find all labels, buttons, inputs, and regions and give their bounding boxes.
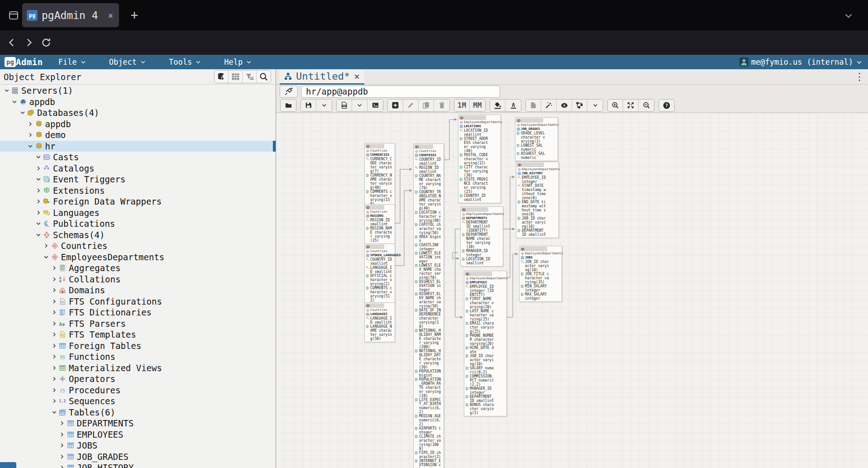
zoom-to-fit-button[interactable] [623, 100, 639, 111]
chevron-right-icon[interactable] [43, 243, 49, 248]
chevron-right-icon[interactable] [35, 199, 41, 204]
chevron-right-icon[interactable] [51, 321, 57, 326]
tree-item-aggregates[interactable]: Aggregates [0, 263, 276, 274]
chevron-right-icon[interactable] [59, 443, 65, 448]
tree-item-foreign-tables[interactable]: Foreign Tables [0, 340, 276, 352]
tree-item-employees[interactable]: EMPLOYEES [0, 429, 276, 440]
tree-item-materialized-views[interactable]: Materialized Views [0, 363, 276, 374]
tree-item-fts-configurations[interactable]: FTS Configurations [0, 296, 276, 307]
tree-item-job-grades[interactable]: JOB_GRADES [0, 451, 276, 463]
download-image-button[interactable] [367, 100, 383, 111]
chevron-right-icon[interactable] [51, 310, 57, 315]
chevron-right-icon[interactable] [51, 287, 57, 293]
erd-canvas[interactable]: CountriesCURRENCIESCURRENCY_CODE charact… [276, 113, 868, 468]
chevron-down-icon[interactable] [12, 99, 18, 105]
chevron-right-icon[interactable] [51, 354, 57, 359]
menu-object[interactable]: Object [109, 57, 146, 67]
panel-kebab-menu-icon[interactable]: ⋮ [854, 71, 864, 82]
table-header-bar[interactable] [365, 244, 384, 249]
search-objects-button[interactable] [257, 71, 271, 83]
tree-item-job-history[interactable]: JOB_HISTORY [0, 462, 276, 468]
chevron-right-icon[interactable] [28, 132, 33, 138]
erd-table-countries[interactable]: CountriesCOUNTRIESCOUNTRY_ID smallintREG… [413, 143, 444, 468]
show-details-button[interactable] [557, 100, 572, 111]
chevron-right-icon[interactable] [59, 420, 65, 426]
many-to-many-button[interactable]: MM [470, 100, 485, 111]
connect-server-button[interactable] [215, 71, 229, 83]
tab-close-icon[interactable]: × [107, 10, 114, 20]
tree-item-jobs[interactable]: JOBS [0, 440, 276, 451]
table-header-bar[interactable] [461, 207, 488, 212]
menu-tools[interactable]: Tools [169, 57, 201, 67]
erd-table-locations[interactable]: EmployeesDepartmentsLOCATIONSLOCATION_ID… [458, 115, 501, 203]
chevron-right-icon[interactable] [51, 265, 57, 271]
one-to-many-button[interactable]: 1M [454, 100, 470, 111]
object-explorer-tree[interactable]: Servers(1)appdbDatabases(4)appdbdemohrCa… [0, 85, 276, 468]
table-header-bar[interactable] [365, 144, 384, 148]
chevron-down-icon[interactable] [4, 88, 10, 93]
chevron-down-icon[interactable] [35, 232, 41, 238]
tree-item-countries[interactable]: Countries [0, 240, 276, 252]
tree-item-collations[interactable]: ABCollations [0, 274, 276, 285]
tree-item-employeesdepartments[interactable]: EmployeesDepartments [0, 252, 276, 263]
erd-table-regions[interactable]: CountriesREGIONSREGION_ID smallintREGION… [364, 204, 395, 244]
tree-item-sequences[interactable]: 1.3Sequences [0, 396, 276, 407]
chevron-down-icon[interactable] [19, 110, 25, 115]
menu-file[interactable]: File [58, 57, 86, 67]
chevron-down-icon[interactable] [51, 410, 57, 415]
table-header-bar[interactable] [414, 144, 433, 149]
help-button[interactable]: ? [659, 100, 674, 111]
erd-table-departments[interactable]: EmployeesDepartmentsDEPARTMENTSDEPARTMEN… [460, 206, 503, 267]
zoom-in-button[interactable] [608, 100, 623, 111]
tree-item-publications[interactable]: Publications [0, 218, 276, 229]
chevron-right-icon[interactable] [28, 121, 33, 127]
fill-color-button[interactable] [490, 100, 506, 111]
tree-item-tables-6[interactable]: Tables(6) [0, 407, 276, 418]
tree-item-catalogs[interactable]: Catalogs [0, 163, 276, 174]
tree-item-procedures[interactable]: ()Procedures [0, 385, 276, 396]
window-chevron-down-icon[interactable] [843, 10, 854, 22]
table-header-bar[interactable] [517, 162, 544, 167]
open-project-button[interactable] [281, 100, 296, 111]
chevron-right-icon[interactable] [59, 465, 65, 468]
chevron-down-icon[interactable] [35, 177, 41, 182]
chevron-right-icon[interactable] [35, 210, 41, 215]
chevron-right-icon[interactable] [59, 432, 65, 437]
tree-item-servers-1[interactable]: Servers(1) [0, 85, 276, 96]
table-header-bar[interactable] [520, 247, 547, 251]
edit-table-button[interactable] [403, 100, 419, 111]
tree-item-operators[interactable]: Operators [0, 373, 276, 385]
add-table-button[interactable] [388, 100, 403, 111]
tree-item-functions[interactable]: ()Functions [0, 351, 276, 363]
tree-item-foreign-data-wrappers[interactable]: Foreign Data Wrappers [0, 196, 276, 207]
tree-item-departments[interactable]: DEPARTMENTS [0, 418, 276, 429]
tree-item-schemas-4[interactable]: Schemas(4) [0, 229, 276, 241]
chevron-down-icon[interactable] [35, 154, 41, 160]
table-header-bar[interactable] [365, 303, 384, 308]
tree-item-hr[interactable]: hr [0, 141, 276, 152]
zoom-out-button[interactable] [639, 100, 654, 111]
filtered-rows-button[interactable] [243, 71, 257, 83]
drop-table-button[interactable] [434, 100, 449, 111]
account-menu[interactable]: me@fymio.us (internal) [739, 57, 863, 67]
chevron-right-icon[interactable] [51, 332, 57, 337]
text-color-button[interactable]: A [506, 100, 521, 111]
tree-item-fts-dictionaries[interactable]: FTS Dictionaries [0, 307, 276, 318]
chevron-right-icon[interactable] [51, 398, 57, 404]
tree-item-extensions[interactable]: Extensions [0, 185, 276, 196]
erd-table-jobs[interactable]: EmployeesDepartmentsJOBSJOB_ID character… [519, 246, 562, 302]
chevron-right-icon[interactable] [51, 365, 57, 371]
tree-item-appdb[interactable]: appdb [0, 96, 276, 108]
tab-overview-button[interactable] [5, 8, 22, 23]
tree-item-appdb[interactable]: appdb [0, 119, 276, 130]
connection-string-field[interactable]: hr/app@appdb [301, 86, 500, 98]
menu-help[interactable]: Help [224, 57, 252, 67]
new-tab-button[interactable]: + [127, 7, 142, 23]
erd-table-currencies[interactable]: CountriesCURRENCIESCURRENCY_CODE charact… [364, 143, 395, 207]
erd-table-languages[interactable]: CountriesLANGUAGESLANGUAGE_ID smallintLA… [364, 302, 395, 342]
chevron-right-icon[interactable] [35, 166, 41, 171]
chevron-right-icon[interactable] [51, 387, 57, 393]
forward-button[interactable] [21, 35, 37, 50]
erd-table-employees[interactable]: EmployeesDepartmentsEMPLOYEESEMPLOYEE_ID… [464, 271, 507, 416]
erd-table-job-grades[interactable]: EmployeesDepartmentsJOB_GRADESGRADE_LEVE… [515, 117, 558, 161]
